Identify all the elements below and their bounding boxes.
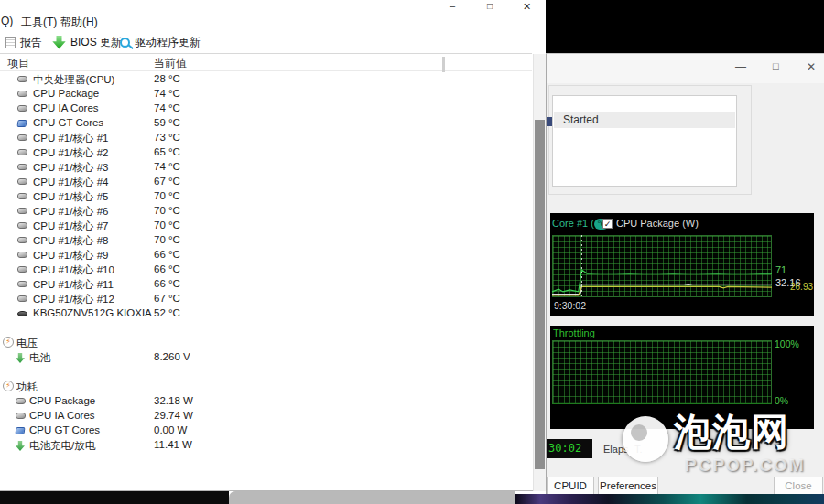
sensor-icon [16, 353, 25, 363]
maximize-icon[interactable]: □ [487, 1, 493, 11]
sensor-row[interactable]: CPU IA Cores 74 °C [0, 102, 532, 116]
sensor-row[interactable]: 电池 8.260 V [0, 350, 532, 365]
minimize-icon[interactable]: – [450, 0, 455, 11]
scroll-fragment [442, 57, 445, 72]
cut-icon-fragment [547, 117, 552, 126]
lightning-circle-icon [3, 337, 14, 348]
table-header: 项目 当前值 [0, 55, 532, 71]
menu-item-help[interactable]: 帮助(H) [60, 15, 98, 30]
sensor-row[interactable]: KBG50ZNV512G KIOXIA 52 °C [0, 306, 532, 321]
close-icon[interactable]: ✕ [523, 1, 531, 13]
sensor-value: 70 °C [154, 190, 180, 201]
sensor-row[interactable]: CPU #1/核心 #3 74 °C [0, 160, 532, 175]
sensor-row[interactable]: CPU #1/核心 #1 73 °C [0, 131, 532, 145]
maximize-icon[interactable]: □ [773, 60, 779, 71]
watermark-text: 泡泡网 [674, 407, 789, 457]
sensor-row[interactable]: CPU #1/核心 #4 67 °C [0, 175, 532, 189]
sensor-row[interactable]: 中央处理器(CPU) 28 °C [0, 72, 532, 87]
menu-item-tools[interactable]: 工具(T) [21, 15, 57, 30]
minimize-icon[interactable]: — [735, 60, 746, 73]
sensor-value: 32.18 W [154, 395, 193, 406]
sensor-row[interactable]: CPU #1/核心 #9 66 °C [0, 248, 532, 263]
sensor-label: CPU #1/核心 #7 [33, 220, 108, 233]
sensor-icon [17, 178, 27, 185]
legend-package-power: CPU Package (W) [616, 218, 699, 229]
desktop-wallpaper-strip [515, 494, 824, 504]
sensor-row[interactable]: CPU Package 32.18 W [0, 394, 532, 409]
sensor-row[interactable]: CPU #1/核心 #5 70 °C [0, 189, 532, 204]
cpuid-button[interactable]: CPUID [547, 477, 594, 495]
sensor-row[interactable]: CPU #1/核心 #12 67 °C [0, 292, 532, 306]
sensor-label: CPU #1/核心 #6 [33, 205, 108, 219]
sensor-label: CPU #1/核心 #2 [33, 146, 108, 160]
sensor-value: 11.41 W [154, 439, 192, 450]
sensor-label: CPU #1/核心 #1 [33, 132, 108, 145]
sensor-row[interactable]: CPU #1/核心 #2 65 °C [0, 145, 532, 160]
section-header[interactable]: 功耗 [0, 380, 532, 394]
sensor-label: CPU #1/核心 #3 [33, 161, 108, 175]
sensor-label: CPU GT Cores [29, 424, 100, 435]
throttling-graph-title: Throttling [553, 327, 595, 338]
bios-update-label: BIOS 更新 [70, 35, 122, 50]
sensor-label: CPU #1/核心 #12 [33, 293, 114, 306]
legend-checkbox[interactable] [602, 219, 613, 229]
watermark: 泡泡网 PCPOP.COM [601, 403, 824, 482]
column-header-item[interactable]: 项目 [7, 56, 29, 71]
sensor-row[interactable]: 电池充电/放电 11.41 W [0, 438, 532, 453]
sensor-row[interactable]: CPU #1/核心 #10 66 °C [0, 263, 532, 277]
sensor-row[interactable]: CPU #1/核心 #7 70 °C [0, 219, 532, 233]
watermark-subtext: PCPOP.COM [685, 456, 806, 476]
graph-plot [552, 235, 772, 297]
legend-core-temp-label: Core #1 [552, 218, 591, 229]
report-icon [5, 37, 16, 48]
sensor-icon [17, 311, 27, 316]
sensor-value: 0.00 W [154, 424, 187, 435]
sensor-value: 67 °C [154, 176, 180, 187]
sensor-row[interactable]: CPU #1/核心 #11 66 °C [0, 277, 532, 292]
bios-update-button[interactable]: BIOS 更新 [52, 34, 122, 50]
sensor-label: CPU #1/核心 #9 [33, 249, 108, 263]
sensor-row[interactable]: CPU GT Cores 59 °C [0, 116, 532, 131]
toolbar: 报告 BIOS 更新 驱动程序更新 [0, 30, 532, 54]
driver-update-button[interactable]: 驱动程序更新 [120, 34, 201, 50]
sensor-label: CPU #1/核心 #10 [33, 263, 114, 277]
status-list-item-started[interactable]: Started [554, 112, 735, 128]
report-label: 报告 [20, 35, 42, 50]
close-icon[interactable]: ✕ [807, 60, 816, 73]
sensor-label: CPU IA Cores [29, 410, 95, 421]
sensor-icon [16, 441, 25, 451]
sensor-row[interactable]: CPU Package 74 °C [0, 87, 532, 102]
sensor-row[interactable]: CPU GT Cores 0.00 W [0, 424, 532, 438]
sensor-icon [17, 193, 27, 199]
sensor-icon [17, 149, 27, 155]
sensor-label: 中央处理器(CPU) [33, 73, 114, 87]
taskbar-fragment [0, 491, 229, 504]
sensor-label: KBG50ZNV512G KIOXIA [33, 307, 152, 318]
window-edge-fragment [229, 491, 515, 504]
sensor-label: CPU #1/核心 #11 [33, 278, 114, 292]
vertical-scrollbar[interactable] [533, 54, 546, 491]
column-header-value[interactable]: 当前值 [154, 56, 187, 71]
scrollbar-thumb[interactable] [535, 120, 545, 469]
sensor-icon [17, 252, 27, 258]
sensor-icon [17, 281, 27, 287]
sensor-icon [17, 164, 27, 170]
section-title: 功耗 [16, 381, 38, 394]
sensor-value: 66 °C [154, 249, 180, 260]
section-header[interactable]: 电压 [0, 336, 532, 350]
sensor-value: 70 °C [154, 205, 180, 216]
report-button[interactable]: 报告 [5, 34, 42, 50]
sensor-row[interactable]: CPU #1/核心 #6 70 °C [0, 204, 532, 219]
sensor-row[interactable]: CPU #1/核心 #8 70 °C [0, 233, 532, 248]
menu-item-fragment[interactable]: Q) [1, 15, 13, 27]
sensor-row[interactable]: CPU IA Cores 29.74 W [0, 409, 532, 424]
sensor-icon [17, 134, 27, 141]
sensor-icon [17, 76, 27, 82]
sensor-label: CPU Package [29, 395, 95, 406]
menu-bar: Q) 工具(T) 帮助(H) [0, 15, 531, 30]
sensor-icon [16, 120, 27, 127]
sensor-icon [17, 222, 27, 229]
sensor-label: CPU Package [33, 88, 99, 99]
power-section: 功耗 CPU Package 32.18 W CPU IA Cores 29.7… [0, 380, 532, 453]
temperature-power-graph-panel: Core #1 ℃ CPU Package (W) 71 32.16 26.93… [550, 213, 814, 316]
